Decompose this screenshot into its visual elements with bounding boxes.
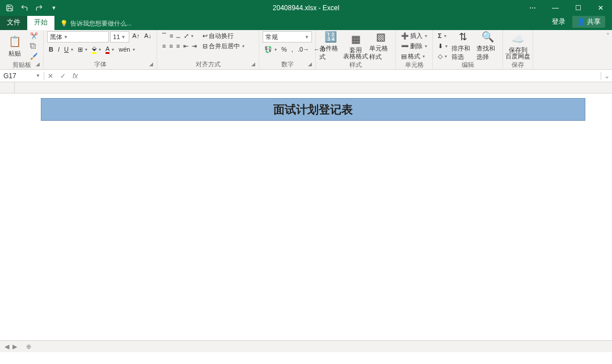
increase-decimal-button[interactable]: .0→: [296, 45, 311, 54]
formula-input[interactable]: [81, 72, 601, 80]
font-name-dropdown[interactable]: 黑体▼: [47, 31, 109, 43]
tab-开始[interactable]: 开始: [27, 15, 54, 30]
table-title[interactable]: 面试计划登记表: [41, 98, 585, 121]
fx-icon[interactable]: fx: [69, 72, 81, 80]
paste-button[interactable]: 📋 粘贴: [3, 31, 26, 61]
cell-styles-button[interactable]: ▧单元格样式: [369, 31, 392, 61]
dialog-launcher-icon[interactable]: ◢: [149, 60, 153, 68]
merge-center-button[interactable]: ⊟合并后居中▾: [201, 41, 246, 50]
dialog-launcher-icon[interactable]: ◢: [36, 60, 40, 68]
column-headers: [0, 82, 612, 94]
select-all-corner[interactable]: [0, 82, 15, 94]
delete-cells-button[interactable]: ➖删除▾: [399, 41, 429, 50]
tab-file[interactable]: 文件: [0, 15, 27, 30]
add-sheet-icon[interactable]: ⊕: [22, 343, 36, 350]
minimize-icon[interactable]: —: [544, 0, 567, 16]
login-link[interactable]: 登录: [552, 17, 565, 27]
group-cells: ➕插入▾ ➖删除▾ ▤格式▾ 单元格: [396, 30, 433, 69]
window-controls: ⋯ — ☐ ✕: [521, 0, 612, 16]
copy-icon: ⿻: [30, 43, 36, 49]
find-select-button[interactable]: 🔍查找和选择: [476, 31, 499, 61]
ribbon: 📋 粘贴 ✂️ ⿻ 🖌️ 剪贴板◢ 黑体▼ 11▼ A↑ A↓ B I U▾: [0, 30, 612, 70]
cell-style-icon: ▧: [374, 31, 387, 43]
sheet-nav-prev-icon[interactable]: ◀: [5, 343, 9, 350]
orientation-button[interactable]: ⤢▾: [182, 31, 195, 40]
align-right-button[interactable]: ≡: [175, 41, 182, 50]
group-number: 常规▼ 💱▾ % , .0→ ←.0 数字◢: [259, 30, 316, 69]
delete-icon: ➖: [401, 43, 409, 50]
worksheet-grid[interactable]: 面试计划登记表 ◀ ▶ ⊕: [0, 82, 612, 352]
table-format-button[interactable]: ▦套用 表格格式: [344, 31, 367, 61]
cut-icon: ✂️: [30, 32, 38, 40]
tell-me-box[interactable]: 💡 告诉我您想要做什么...: [60, 19, 132, 30]
format-cells-button[interactable]: ▤格式▾: [399, 52, 429, 61]
number-format-dropdown[interactable]: 常规▼: [263, 31, 312, 43]
find-icon: 🔍: [481, 31, 495, 43]
merge-icon: ⊟: [202, 43, 208, 50]
indent-right-button[interactable]: ⇥: [190, 41, 199, 50]
formula-bar-row: G17▼ ✕ ✓ fx ⌄: [0, 70, 612, 82]
percent-button[interactable]: %: [280, 45, 289, 54]
baidu-save-button[interactable]: ☁️保存到 百度网盘: [507, 31, 529, 61]
fill-button[interactable]: ⬇▾: [436, 41, 449, 50]
bold-button[interactable]: B: [47, 45, 55, 54]
border-button[interactable]: ⊞▾: [76, 45, 89, 54]
group-editing: Σ▾ ⬇▾ ◇▾ ⇅排序和筛选 🔍查找和选择 编辑: [433, 30, 503, 69]
ribbon-tabs: 文件 开始 💡 告诉我您想要做什么... 登录 👤 共享: [0, 16, 612, 30]
font-size-dropdown[interactable]: 11▼: [110, 31, 129, 43]
collapse-ribbon-icon[interactable]: ˄: [604, 30, 612, 69]
brush-icon: 🖌️: [30, 53, 38, 60]
close-icon[interactable]: ✕: [589, 0, 612, 16]
wrap-text-button[interactable]: ↩自动换行: [201, 31, 246, 40]
sort-filter-button[interactable]: ⇅排序和筛选: [451, 31, 474, 61]
conditional-format-button[interactable]: 🔢条件格式: [319, 31, 342, 61]
increase-font-button[interactable]: A↑: [130, 31, 141, 40]
formula-expand-icon[interactable]: ⌄: [601, 72, 612, 80]
cond-format-icon: 🔢: [324, 31, 337, 43]
qat-customize-icon[interactable]: ▼: [48, 2, 60, 14]
decrease-font-button[interactable]: A↓: [142, 31, 153, 40]
group-baidu: ☁️保存到 百度网盘 保存: [503, 30, 533, 69]
indent-left-button[interactable]: ⇤: [182, 41, 190, 50]
align-middle-button[interactable]: ≡: [168, 31, 175, 40]
lightbulb-icon: 💡: [60, 20, 68, 27]
confirm-entry-icon[interactable]: ✓: [57, 72, 69, 80]
sort-icon: ⇅: [456, 31, 470, 43]
insert-icon: ➕: [401, 32, 409, 40]
dialog-launcher-icon[interactable]: ◢: [308, 60, 312, 68]
redo-icon[interactable]: [33, 2, 45, 14]
align-bottom-button[interactable]: ⎽: [175, 31, 182, 40]
window-title: 20408944.xlsx - Excel: [273, 4, 339, 12]
comma-button[interactable]: ,: [290, 45, 295, 54]
align-top-button[interactable]: ⎺: [161, 31, 168, 40]
cloud-icon: ☁️: [511, 32, 525, 46]
share-button[interactable]: 👤 共享: [572, 16, 605, 28]
italic-button[interactable]: I: [56, 45, 61, 54]
cancel-entry-icon[interactable]: ✕: [44, 72, 57, 80]
align-left-button[interactable]: ≡: [161, 41, 167, 50]
maximize-icon[interactable]: ☐: [567, 0, 589, 16]
format-painter-button[interactable]: 🖌️: [28, 52, 40, 61]
save-icon[interactable]: [3, 2, 16, 14]
format-icon: ▤: [401, 53, 407, 60]
sheet-nav-next-icon[interactable]: ▶: [12, 343, 17, 350]
currency-button[interactable]: 💱▾: [263, 45, 278, 54]
titlebar: ▼ 20408944.xlsx - Excel ⋯ — ☐ ✕: [0, 0, 612, 16]
cut-button[interactable]: ✂️: [28, 31, 40, 40]
undo-icon[interactable]: [18, 2, 31, 14]
group-clipboard: 📋 粘贴 ✂️ ⿻ 🖌️ 剪贴板◢: [0, 30, 44, 69]
autosum-button[interactable]: Σ▾: [436, 31, 449, 40]
underline-button[interactable]: U▾: [62, 45, 75, 54]
align-center-button[interactable]: ≡: [167, 41, 174, 50]
ribbon-options-icon[interactable]: ⋯: [521, 0, 544, 16]
name-box[interactable]: G17▼: [0, 72, 44, 80]
phonetic-button[interactable]: wén▾: [117, 45, 136, 54]
insert-cells-button[interactable]: ➕插入▾: [399, 31, 429, 40]
font-color-button[interactable]: A▾: [104, 45, 116, 54]
clear-button[interactable]: ◇▾: [436, 52, 449, 61]
fill-color-button[interactable]: ⬙▾: [90, 45, 103, 54]
group-font: 黑体▼ 11▼ A↑ A↓ B I U▾ ⊞▾ ⬙▾ A▾ wén▾ 字体◢: [44, 30, 157, 69]
dialog-launcher-icon[interactable]: ◢: [251, 60, 255, 68]
copy-button[interactable]: ⿻: [28, 41, 40, 50]
bucket-icon: ⬙: [92, 45, 96, 54]
